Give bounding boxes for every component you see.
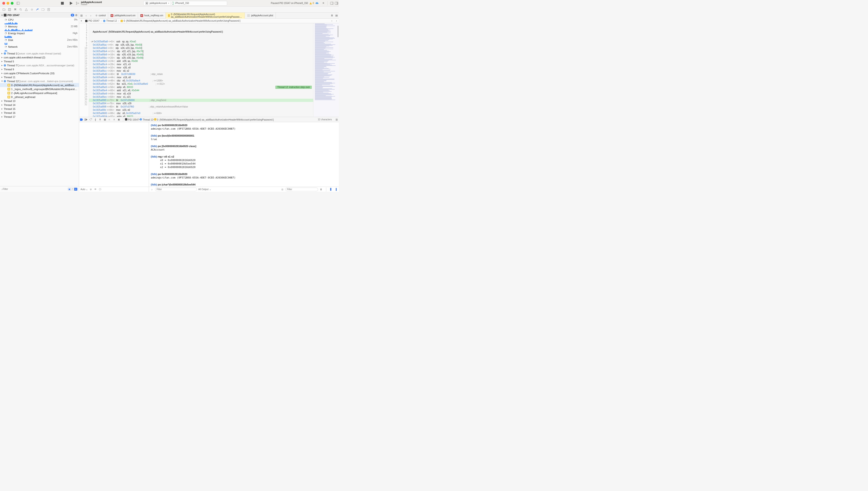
console-target-icon[interactable]: ◎ — [281, 188, 284, 191]
jump-prev-icon[interactable]: ‹ — [329, 19, 334, 23]
jump-crumb[interactable]: PID 15547 — [125, 118, 139, 121]
gauge-cpu[interactable]: ◔ CPU0% — [0, 18, 79, 22]
breakpoint-navigator-icon[interactable] — [40, 7, 46, 12]
asm-line[interactable]: 0x1925a95d4 <+44>: mov x19, x0 — [89, 76, 313, 79]
debug-view-hierarchy-button[interactable]: ▦ — [103, 117, 107, 122]
gauge-energy-impact[interactable]: ◔ Energy ImpactHigh — [0, 31, 79, 35]
close-window-button[interactable] — [2, 2, 5, 5]
thread-row[interactable]: ▸Thread 7 Queue: com.apple.NSX…accountma… — [0, 63, 79, 67]
report-navigator-icon[interactable] — [46, 7, 51, 12]
nav-forward-button[interactable]: › — [88, 13, 93, 18]
asm-line[interactable]: 0x1925a95f4 <+76>: mov x29, x29 — [89, 102, 313, 105]
show-console-pane-button[interactable]: ▐ — [334, 188, 338, 191]
jump-crumb[interactable]: PID 15547 — [84, 20, 101, 22]
asm-line[interactable]: -> 0x1925a95a8 <+0>: sub sp, sp, #0xa0 — [89, 40, 313, 43]
thread-row[interactable]: ▸Thread 13 — [0, 99, 79, 103]
jump-next-icon[interactable]: › — [334, 19, 339, 23]
asm-line[interactable]: 0x1925a95b8 <+16>: stp x20, x19, [sp, #0… — [89, 53, 313, 56]
asm-line[interactable]: 0x1925a95c8 <+32>: mov x20, x0 — [89, 66, 313, 69]
source-control-navigator-icon[interactable] — [7, 7, 12, 12]
asm-line[interactable]: 0x1925a95ac <+4>: stp x26, x25, [sp, #0x… — [89, 43, 313, 47]
variables-view[interactable]: Auto ⌄ ⊘ 👁 ⓘ — [79, 122, 149, 192]
asm-line[interactable]: 0x1925a95fc <+84>: mov x23, x0 — [89, 109, 313, 112]
asm-line[interactable]: 0x1925a95dc <+52>: tbz w21, #0x0, 0x1925… — [89, 82, 313, 86]
run-button[interactable] — [69, 1, 74, 6]
thread-row[interactable]: ▸com.apple.CFNetwork.CustomProtocols (10… — [0, 71, 79, 75]
thread-row[interactable]: ▸Thread 16 — [0, 111, 79, 115]
asm-line[interactable]: 0x1925a95c4 <+28>: mov x21, x3 — [89, 63, 313, 66]
jump-bar[interactable]: ≡ PID 15547› Thread 12› 0 -[NSMutableURL… — [79, 19, 339, 23]
editor-layout-button-2[interactable]: ▤ — [334, 13, 339, 18]
scheme-device-selector[interactable]: jailAppleAccount › iPhone8_150 — [143, 1, 227, 6]
variables-scope-selector[interactable]: Auto ⌄ — [81, 188, 88, 191]
project-navigator-icon[interactable] — [1, 7, 6, 12]
console-output-mode-selector[interactable]: All Output ⌄ — [198, 188, 211, 191]
thread-row[interactable]: ▸Thread 17 — [0, 115, 79, 119]
editor-tab[interactable]: 0 -[NSMutableURLRequest(AppleAccount) aa… — [166, 12, 245, 19]
editor-tab[interactable]: ⚙︎control — [93, 12, 108, 19]
asm-line[interactable]: 0x1925a95f0 <+72>: bl 0x197c05000 ; objc… — [89, 99, 313, 102]
related-items-button[interactable]: ▥ — [79, 13, 84, 18]
console-right-filter-input[interactable] — [285, 187, 318, 191]
test-navigator-icon[interactable]: ◇ — [29, 7, 34, 12]
jump-crumb[interactable]: Thread 12 — [102, 20, 118, 22]
nav-back-button[interactable]: ‹ — [84, 13, 88, 18]
inspectors-toggle-button[interactable] — [334, 1, 339, 6]
continue-button[interactable] — [84, 117, 88, 122]
jump-extra-icon[interactable]: ≡ — [79, 19, 84, 23]
disassembly-view[interactable]: AppleAccount`-[NSMutableURLRequest(Apple… — [89, 23, 313, 117]
debug-area-toggle-icon[interactable]: ▥ — [334, 117, 339, 122]
library-button[interactable] — [329, 1, 334, 6]
debug-memory-graph-button[interactable]: ⎌ — [107, 117, 112, 122]
gauge-network[interactable]: ◔ NetworkZero KB/s — [0, 45, 79, 49]
stack-frame-row[interactable]: ▮0 -[NSMutableURLRequest(AppleAccount) a… — [0, 83, 79, 87]
navigator-content[interactable]: ▾PID 155472⚙︎◔ CPU0%◔ Memory23 MB◔ Energ… — [0, 12, 79, 186]
symbol-navigator-icon[interactable]: ⌘ — [12, 7, 18, 12]
jump-crumb[interactable]: 0 -[NSMutableURLRequest(AppleAccount) aa… — [119, 20, 242, 22]
stack-frame-row[interactable]: ▮2 -[AALoginAccountRequest urlRequest] — [0, 91, 79, 95]
find-navigator-icon[interactable] — [18, 7, 23, 12]
stop-button[interactable] — [60, 1, 65, 6]
toggle-breakpoints-button[interactable] — [79, 117, 84, 122]
asm-line[interactable]: 0x1925a95cc <+36>: mov x0, x2 — [89, 69, 313, 73]
add-tab-button[interactable]: ✕ — [321, 1, 325, 6]
asm-line[interactable]: 0x1925a95bc <+20>: stp x29, x30, [sp, #0… — [89, 56, 313, 60]
asm-line[interactable]: 0x1925a95e4 <+60>: add x21, x8, #0x544 — [89, 89, 313, 92]
console-trash-icon[interactable]: 🗑 — [319, 188, 323, 191]
warning-icon[interactable]: 8 — [309, 2, 314, 5]
stack-frame-row[interactable]: ▮1 _logos_method$_ungrouped$NSMutableURL… — [0, 87, 79, 91]
asm-line[interactable]: 0x1925a95b4 <+12>: stp x22, x21, [sp, #0… — [89, 50, 313, 53]
console-output[interactable]: (lldb) po 0x00000002816b6920 admin@crifa… — [149, 122, 339, 186]
thread-row[interactable]: ▸Thread 5 — [0, 59, 79, 63]
sidebar-toggle-button[interactable] — [16, 1, 21, 6]
variables-eye-icon[interactable]: 👁 — [94, 188, 97, 191]
asm-line[interactable]: 0x1925a95c0 <+24>: add x29, sp, #0x90 — [89, 60, 313, 63]
asm-line[interactable]: 0x1925a9604 <+92>: adrp x8, 39023 — [89, 115, 313, 117]
asm-line[interactable]: 0x1925a95e8 <+64>: mov x0, x19 — [89, 92, 313, 95]
thread-row[interactable]: ▸Thread 9 — [0, 67, 79, 71]
thread-row[interactable]: ▸Thread 11 — [0, 75, 79, 79]
thread-row[interactable]: ▸com.apple.uikit.eventfetch-thread (2) — [0, 55, 79, 59]
simulate-location-button[interactable]: ⤮ — [112, 117, 116, 122]
asm-line[interactable]: 0x1925a95b0 <+8>: stp x24, x23, [sp, #0x… — [89, 47, 313, 50]
variables-info-icon[interactable]: ⓘ — [98, 188, 102, 191]
editor-tab[interactable]: mjailAppleAccount.xm — [108, 12, 138, 19]
asm-line[interactable]: 0x1925a95d0 <+40>: bl 0x197c06830 ; objc… — [89, 73, 313, 76]
issue-navigator-icon[interactable] — [24, 7, 29, 12]
minimize-window-button[interactable] — [6, 2, 9, 5]
gauge-memory[interactable]: ◔ Memory23 MB — [0, 24, 79, 28]
navigator-header[interactable]: ▾PID 155472⚙︎ — [0, 12, 79, 18]
project-title-block[interactable]: jailAppleAccount master — [81, 1, 102, 6]
editor-tab[interactable]: jailAppleAccount.plist — [245, 12, 276, 19]
cloud-icon[interactable] — [315, 2, 319, 4]
navigator-filter-input[interactable] — [3, 188, 68, 190]
editor-tab[interactable]: mhook_reqResp.xm — [138, 12, 166, 19]
jump-crumb[interactable]: Thread 12 — [140, 118, 153, 121]
thread-row[interactable]: ▾Thread 12 Queue: com.apple.root…tiated-… — [0, 79, 79, 83]
filter-seg-3[interactable]: ≡ — [74, 187, 78, 191]
asm-line[interactable]: 0x1925a95ec <+68>: mov x1, x21 — [89, 95, 313, 99]
filter-seg-2[interactable]: ⏱ — [71, 187, 74, 191]
console-filter-input[interactable] — [155, 187, 197, 191]
thread-row[interactable]: ▸Thread 15 — [0, 107, 79, 111]
variables-filter-icon[interactable]: ⊘ — [89, 188, 92, 191]
